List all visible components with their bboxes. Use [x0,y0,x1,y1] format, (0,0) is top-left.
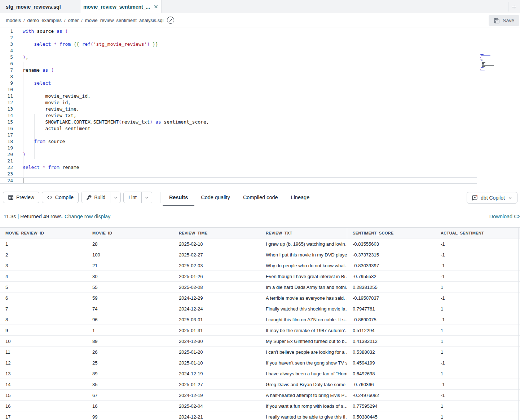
cell-actual_sentiment: 1 [435,414,518,420]
code-line-content: from source [13,138,65,145]
breadcrumb-part-other[interactable]: other [68,18,79,23]
line-number: 9 [0,80,13,86]
line-number: 6 [0,61,13,67]
compile-button[interactable]: Compile [42,192,79,203]
code-line: 16 actual_sentiment [0,125,477,132]
save-button[interactable]: Save [489,15,519,26]
cell-review_time: 2025-02-04 [173,403,260,409]
build-split-button: Build [81,192,121,203]
line-number: 15 [0,119,13,125]
editor-toolbar: Preview Compile Build Lint ResultsCode q… [0,189,520,206]
lint-dropdown-button[interactable] [141,192,152,203]
code-line: 1with source as ( [0,28,477,35]
cell-actual_sentiment: -1 [435,317,518,322]
copilot-chat-icon [472,195,478,201]
tab-label: movie_review_sentiment_... [83,4,150,10]
preview-grid-icon [8,195,14,200]
cell-sentiment_score: 0.5112294 [347,328,435,333]
breadcrumb-separator: / [23,18,25,23]
table-row: 5552025-02-08Im a die hard Dads Army fan… [0,282,520,292]
cell-movie_id: 99 [87,414,173,420]
preview-button[interactable]: Preview [3,192,39,203]
minimap-line [481,55,490,56]
cell-actual_sentiment: -1 [435,252,518,258]
table-row: 14352025-01-27Greg Davis and Bryan Daly … [0,379,520,390]
cell-review_time: 2024-12-21 [173,414,260,420]
cell-movie_id: 30 [87,274,173,279]
line-number: 11 [0,93,13,99]
breadcrumb-part-models[interactable]: models [6,18,21,23]
cell-actual_sentiment: -1 [435,274,518,279]
code-lines: 1with source as (23 select * from {{ ref… [0,28,477,184]
cell-review_time: 2024-12-19 [173,371,260,376]
dbt-copilot-button[interactable]: dbt Copilot [467,192,517,204]
code-line-content: select [13,80,51,86]
cell-actual_sentiment: -1 [435,360,518,366]
change-row-display-link[interactable]: Change row display [65,214,110,219]
cell-review_txt: Why do people who do not know what… [260,260,347,271]
code-line-content: review_txt, [13,112,76,119]
cell-movie_review_id: 7 [0,306,87,312]
save-icon [494,18,500,24]
lint-button[interactable]: Lint [124,192,141,203]
code-line-content [13,145,23,151]
line-number: 1 [0,28,13,35]
review-text: I have always been a huge fan of "Hom… [266,371,347,376]
code-line: 23 [0,171,477,177]
new-tab-button[interactable] [509,2,519,12]
code-line-content: rename as ( [13,67,54,73]
review-text: Even though I have great interest in Bi… [266,274,347,279]
cell-review_txt: I can't believe people are looking for a… [260,347,347,357]
cell-sentiment_score: -0.760366 [347,382,435,387]
cell-actual_sentiment: -1 [435,382,518,387]
tab-stg-movie-reviews[interactable]: stg_movie_reviews.sql [0,0,80,13]
build-dropdown-button[interactable] [110,192,120,203]
review-text: I can't believe people are looking for a… [266,349,347,355]
download-csv-link[interactable]: Download CSV [489,214,520,219]
breadcrumb-part-demo-examples[interactable]: demo_examples [27,18,62,23]
result-tab-code-quality[interactable]: Code quality [194,189,237,206]
table-row: 8962025-03-01I caught this film on AZN o… [0,314,520,325]
table-row: 10892024-12-30My Super Ex Girlfriend tur… [0,336,520,347]
review-text: When I put this movie in my DVD playe… [266,252,347,258]
code-line: 17 [0,132,477,138]
cell-movie_review_id: 12 [0,360,87,366]
cell-actual_sentiment: 1 [435,328,518,333]
code-line-content [13,171,23,177]
column-header-movie_id: MOVIE_ID [87,231,173,235]
cell-movie_id: 25 [87,360,173,366]
cell-sentiment_score: -0.19507837 [347,295,435,301]
code-editor[interactable]: 1with source as (23 select * from {{ ref… [0,27,520,189]
text-cursor [23,178,23,183]
column-header-movie_review_id: MOVIE_REVIEW_ID [0,231,87,235]
cell-review_time: 2025-02-03 [173,263,260,268]
code-line: 4 [0,48,477,54]
cell-movie_review_id: 16 [0,403,87,409]
code-line: 2 [0,35,477,41]
code-line-content: ) [13,151,26,158]
tab-movie-review-sentiment[interactable]: movie_review_sentiment_... [80,0,162,13]
close-tab-icon[interactable] [154,4,158,9]
review-text: I really wanted to be able to give this … [266,414,347,420]
cell-review_time: 2025-01-27 [173,382,260,387]
copilot-badge-icon[interactable] [167,17,174,24]
code-line-content: select * from rename [13,164,79,171]
result-tab-lineage[interactable]: Lineage [285,189,316,206]
build-button[interactable]: Build [81,192,110,203]
code-line-content: review_time, [13,106,79,112]
cell-actual_sentiment: -1 [435,263,518,268]
result-tab-results[interactable]: Results [163,189,194,206]
cell-review_txt: I caught this film on AZN on cable. It s… [260,314,347,325]
cell-movie_review_id: 17 [0,414,87,420]
minimap-line [480,59,482,59]
line-number: 14 [0,112,13,119]
result-tab-compiled-code[interactable]: Compiled code [237,189,285,206]
cell-movie_review_id: 2 [0,252,87,258]
line-number: 2 [0,35,13,41]
cell-sentiment_score: 0.4594199 [347,360,435,366]
line-number: 3 [0,41,13,48]
table-row: 4302025-01-26Even though I have great in… [0,271,520,282]
cell-sentiment_score: 0.5388032 [347,349,435,355]
code-line-content [13,61,23,67]
table-right-column-divider [518,228,519,420]
